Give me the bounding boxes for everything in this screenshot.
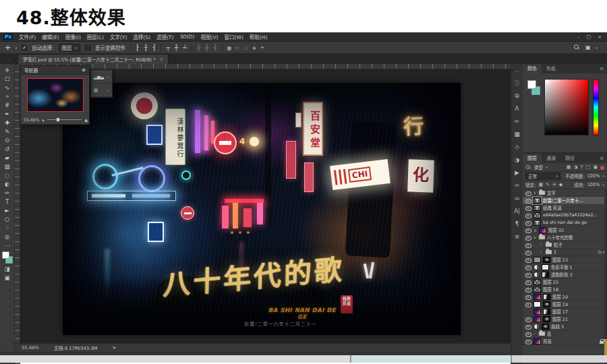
crop-tool[interactable]: # [1,101,14,110]
menu-help[interactable]: 帮助(H) [250,33,268,40]
layer-name[interactable]: 图层 17 [552,309,607,315]
menu-window[interactable]: 窗口(W) [225,33,243,40]
zoom-tool[interactable]: ◎ [1,233,14,241]
layer-row-group[interactable]: ›粒子 [523,241,607,249]
timeline-panel-icon[interactable]: ≋ [515,233,519,240]
foreground-color-swatch[interactable] [527,80,536,89]
quick-mask-icon[interactable]: ◨ [1,265,14,274]
menu-edit[interactable]: 编辑(E) [42,33,59,40]
layer-row[interactable]: T经典 民谣 [523,204,607,212]
brush-settings-panel-icon[interactable]: ✏ [515,118,519,125]
tab-channels[interactable]: 通道 [542,154,560,163]
visibility-eye-icon[interactable] [525,226,531,234]
blend-mode-dropdown[interactable]: 正常 ▾ [525,173,560,179]
tab-close-icon[interactable]: × [160,57,164,62]
layers-scrollbar[interactable] [604,189,607,364]
layer-name[interactable]: 背景 [543,338,598,344]
layer-name[interactable]: 经典 民谣 [543,205,607,211]
zoom-in-large-icon[interactable]: ▲ [84,117,88,122]
menu-3d[interactable]: 3D(D) [179,34,194,40]
paragraph-panel-icon[interactable]: ≔ [514,195,520,202]
group-arrow-icon[interactable]: ∨ [533,235,537,239]
layer-row[interactable]: 色彩平衡 1 [523,264,607,271]
scrollbar-segment[interactable] [0,355,350,363]
opacity-value[interactable]: 100% [587,173,600,179]
hue-slider[interactable] [593,79,599,135]
layer-name[interactable]: 选取颜色 3 [551,272,607,278]
visibility-eye-icon[interactable] [525,315,531,323]
actions-panel-icon[interactable]: ▶ [515,169,519,176]
search-icon[interactable] [574,44,580,51]
filter-smart-object-icon[interactable]: ▣ [593,164,598,170]
lock-position-icon[interactable]: ✛ [552,182,556,187]
filter-type-icon[interactable]: T [580,164,583,170]
layer-row-group[interactable]: ∨八十年代的歌 [523,234,607,241]
distribute-right-icon[interactable]: ┫ [213,44,216,51]
menu-type[interactable]: 文字(Y) [110,33,127,40]
layer-row[interactable]: 图层 23 [523,256,607,264]
layer-row[interactable]: 图层 18 [523,286,607,293]
layer-name[interactable]: 文字 [547,190,607,196]
layer-row-group[interactable]: ›1ƒx ▾ [523,249,607,256]
panel-menu-icon[interactable]: ≡ [82,67,86,73]
filter-toggle-icon[interactable] [600,166,604,170]
visibility-eye-icon[interactable] [525,234,531,241]
collapse-dock-icon[interactable]: ‥ [515,67,519,73]
filter-adjustment-icon[interactable]: ◑ [573,164,577,170]
3d-mode-icon[interactable]: ✥ [252,44,256,51]
filter-pixel-icon[interactable]: ▦ [567,164,571,170]
layer-row[interactable]: 图层 19 [523,301,607,308]
align-center-h-icon[interactable]: ╂ [144,44,148,51]
layer-name[interactable]: 图层 22 [543,279,607,285]
histogram-panel-icon[interactable]: ▂▅▃ [94,74,104,80]
menu-view[interactable]: 视图(V) [201,33,219,40]
group-arrow-icon[interactable]: › [533,332,537,336]
show-transform-checkbox[interactable] [85,45,90,51]
warp-icon[interactable]: ◇ [244,44,248,51]
status-zoom-value[interactable]: 55.46% [22,345,39,351]
layer-name[interactable]: 1 [554,249,596,255]
layer-row[interactable]: ↳图层 32 [523,226,607,234]
shape-tool[interactable]: ○ [1,215,14,224]
adjustments-panel-icon[interactable]: ◑ [515,156,519,163]
layer-name[interactable]: 赵雷/二零一六年十... [543,198,607,204]
align-left-icon[interactable]: ┠ [136,44,139,51]
align-top-icon[interactable]: ┯ [166,44,169,51]
visibility-eye-icon[interactable] [525,286,531,293]
tool-dropdown-icon[interactable]: ▾ [16,46,18,50]
close-button[interactable]: × [598,34,602,40]
layer-name[interactable]: 色彩平衡 1 [551,264,607,270]
layer-row-group[interactable]: ∨文字 [523,189,607,197]
slider-knob[interactable] [57,118,59,121]
visibility-eye-icon[interactable] [525,189,531,197]
layer-row-group[interactable]: ›总 [523,330,607,338]
path-select-tool[interactable]: ► [1,206,14,215]
filter-search-icon[interactable] [526,164,531,169]
menu-image[interactable]: 图像(I) [65,33,81,40]
auto-select-checkbox[interactable]: ✓ [22,45,27,51]
layer-name[interactable]: 总 [547,331,607,337]
zoom-out-small-icon[interactable]: ▴ [42,117,45,122]
navigator-zoom-value[interactable]: 55.46% [24,117,40,122]
layer-name[interactable]: 八十年代的歌 [547,235,607,241]
auto-select-dropdown[interactable]: 图层 ▾ [59,44,81,52]
layer-row[interactable]: 图层 17 [523,308,607,315]
visibility-eye-icon[interactable] [525,308,531,315]
panel-menu-icon[interactable]: ≡ [600,64,607,73]
visibility-eye-icon[interactable] [525,323,531,330]
layer-row-selected[interactable]: T赵雷/二零一六年十... [523,197,607,204]
layer-name[interactable]: e64afae20b7a41024e2... [543,212,607,218]
visibility-eye-icon[interactable] [525,330,531,338]
layer-name[interactable]: 图层 20 [552,294,607,300]
visibility-eye-icon[interactable] [525,338,531,345]
layer-row[interactable]: 曲线 3 [523,323,607,330]
scrollbar-segment[interactable] [512,355,607,363]
dodge-tool[interactable]: ◐ [1,180,14,189]
group-arrow-icon[interactable]: › [540,243,544,247]
document-tab[interactable]: 梦笔灯.psd @ 55.5% (赵雷/二零一六年十二月二十一, RGB/8) … [18,54,169,64]
visibility-eye-icon[interactable] [525,256,531,264]
brush-presets-panel-icon[interactable]: ✑ [515,182,519,189]
layer-row[interactable]: e64afae20b7a41024e2... [523,212,607,219]
menu-select[interactable]: 选择(S) [133,33,150,40]
eyedropper-tool[interactable]: ✒ [1,110,14,119]
